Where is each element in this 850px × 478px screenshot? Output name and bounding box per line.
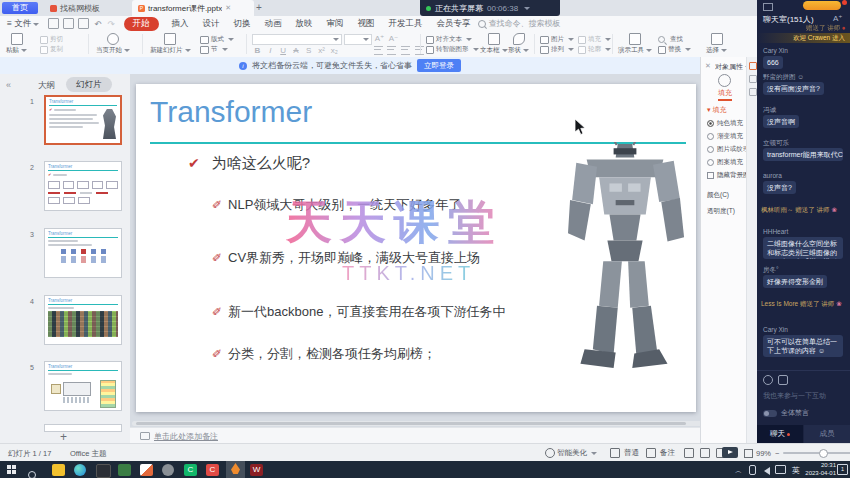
new-slide-button[interactable]: 新建幻灯片	[150, 32, 191, 55]
panel-tab-fill[interactable]: 填充	[718, 88, 732, 101]
zoom-percent[interactable]: 99%	[756, 449, 771, 458]
picture-button[interactable]: 图片	[540, 35, 574, 44]
superscript-icon[interactable]: x²	[316, 46, 327, 55]
slide-thumbnail-1[interactable]: Transformer ✔	[44, 95, 122, 145]
touch-keyboard-icon[interactable]	[775, 465, 786, 474]
rail-more-icon[interactable]	[749, 88, 757, 96]
view-normal-button[interactable]: 普通	[608, 448, 639, 458]
option-picture-fill[interactable]: 图片或纹理填充	[707, 145, 747, 154]
chat-tab-members[interactable]: 成员	[804, 425, 850, 443]
login-now-button[interactable]: 立即登录	[417, 59, 461, 72]
arrange-button[interactable]: 排列	[540, 45, 574, 54]
ribbon-tab-transition[interactable]: 切换	[227, 18, 258, 30]
export-icon[interactable]	[78, 18, 89, 29]
home-button[interactable]: 首页	[2, 2, 38, 14]
slide-thumbnail-5[interactable]: Transformer	[44, 361, 122, 411]
subscript-icon[interactable]: x₂	[329, 46, 340, 55]
ribbon-tab-slideshow[interactable]: 放映	[289, 18, 320, 30]
chat-tab-messages[interactable]: 聊天	[757, 425, 803, 443]
present-tools-button[interactable]: 演示工具	[618, 32, 652, 55]
convert-smartart-button[interactable]: 转智能图形	[426, 45, 479, 54]
strikethrough-button[interactable]: A	[290, 46, 301, 55]
slide-title[interactable]: Transformer	[150, 95, 312, 129]
image-upload-icon[interactable]	[778, 375, 788, 385]
tab-outline[interactable]: 大纲	[38, 80, 55, 92]
underline-button[interactable]: U	[278, 46, 289, 55]
slide-thumbnail-3[interactable]: Transformer	[44, 228, 122, 278]
microphone-icon[interactable]	[749, 465, 756, 475]
textbox-button[interactable]: 文本框	[480, 32, 508, 55]
ime-indicator[interactable]: 英	[792, 465, 800, 476]
option-hide-background[interactable]: 隐藏背景图形	[707, 171, 747, 180]
slide-heading[interactable]: ✔为啥这么火呢?	[188, 154, 310, 173]
window-restore-icon[interactable]	[763, 3, 773, 11]
slide-thumbnail-6-partial[interactable]	[44, 424, 122, 432]
collapse-panel-icon[interactable]: «	[6, 80, 11, 90]
settings-gear-icon[interactable]	[162, 464, 174, 476]
font-name-select[interactable]	[252, 34, 342, 45]
notes-bar[interactable]: 单击此处添加备注	[130, 427, 710, 444]
bold-button[interactable]: B	[252, 46, 263, 55]
align-left-icon[interactable]	[374, 46, 383, 55]
save-icon[interactable]	[48, 18, 59, 29]
find-button[interactable]: 查找	[658, 35, 683, 44]
red-c-app-icon[interactable]: C	[206, 464, 219, 476]
shape-button[interactable]: 形状	[508, 32, 529, 55]
tab-document[interactable]: P transformer课件.pptx ✕	[132, 0, 254, 16]
zoom-slider-knob[interactable]	[819, 449, 828, 458]
print-icon[interactable]	[63, 18, 74, 29]
play-from-current-button[interactable]: 当页开始	[96, 32, 130, 55]
copy-button[interactable]: 复制	[40, 45, 63, 54]
outline-button[interactable]: 轮廓	[578, 45, 611, 54]
option-solid-fill[interactable]: 纯色填充	[707, 119, 747, 128]
zoom-slider[interactable]	[783, 452, 850, 454]
ribbon-tab-design[interactable]: 设计	[196, 18, 227, 30]
option-pattern-fill[interactable]: 图案填充	[707, 158, 747, 167]
align-text-button[interactable]: 对齐文本	[426, 35, 472, 44]
chevron-down-icon[interactable]	[524, 7, 530, 10]
text-shadow-button[interactable]: S	[303, 46, 314, 55]
green-c-app-icon[interactable]: C	[184, 464, 197, 476]
slide-1[interactable]: Transformer ✔为啥这么火呢? ✐NLP领域大哥大级别，一统天下好多年…	[136, 84, 696, 412]
chat-input[interactable]: 我也来参与一下互动	[763, 391, 847, 401]
tab-slides[interactable]: 幻灯片	[66, 77, 112, 92]
notification-pill[interactable]	[803, 1, 841, 10]
mute-all-toggle[interactable]	[763, 410, 777, 417]
section-button[interactable]: 节	[200, 45, 228, 54]
fill-section-header[interactable]: ▾ 填充	[707, 105, 726, 115]
normal-layout-icon[interactable]	[684, 448, 694, 458]
green-app-icon[interactable]	[118, 464, 131, 476]
italic-button[interactable]: I	[265, 46, 276, 55]
emoji-icon[interactable]	[763, 375, 773, 385]
undo-icon[interactable]: ↶	[91, 19, 104, 29]
ribbon-tab-insert[interactable]: 插入	[165, 18, 196, 30]
increase-font-icon[interactable]: A⁺	[374, 34, 385, 43]
rail-effects-icon[interactable]	[749, 75, 757, 83]
edge-browser-icon[interactable]	[74, 464, 86, 476]
close-panel-icon[interactable]: ✕	[705, 62, 711, 70]
bullet-item[interactable]: ✐新一代backbone，可直接套用在各项下游任务中	[212, 303, 505, 321]
font-size-toggle[interactable]: A⁺	[833, 14, 843, 23]
file-menu[interactable]: ≡ 文件	[0, 18, 46, 30]
replace-button[interactable]: 替换	[658, 45, 691, 54]
fit-slide-icon[interactable]	[744, 449, 753, 458]
paste-button[interactable]: 粘贴	[6, 32, 27, 55]
slide-thumbnail-4[interactable]: Transformer	[44, 295, 122, 345]
bullet-item[interactable]: ✐分类，分割，检测各项任务均刷榜；	[212, 345, 436, 363]
horizontal-scrollbar[interactable]	[132, 421, 752, 426]
zoom-out-icon[interactable]: −	[775, 449, 779, 458]
screen-share-bar[interactable]: 正在共享屏幕 00:06:38	[420, 0, 560, 16]
sorter-layout-icon[interactable]	[700, 448, 710, 458]
terminal-app-icon[interactable]	[96, 464, 111, 478]
select-button[interactable]: 选择	[706, 32, 727, 55]
ribbon-tab-view[interactable]: 视图	[351, 18, 382, 30]
rail-properties-icon[interactable]	[749, 62, 757, 70]
tray-expand-icon[interactable]: ︿	[735, 466, 742, 476]
slide-thumbnail-2[interactable]: Transformer ✔	[44, 161, 122, 211]
ribbon-tab-animation[interactable]: 动画	[258, 18, 289, 30]
add-slide-button[interactable]: +	[60, 430, 67, 444]
fill-button[interactable]: 填充	[578, 35, 611, 44]
taskbar-clock[interactable]: 20:31 2023-04-01	[805, 462, 836, 477]
font-size-select[interactable]	[344, 34, 372, 45]
taskbar-search-icon[interactable]	[28, 465, 39, 478]
